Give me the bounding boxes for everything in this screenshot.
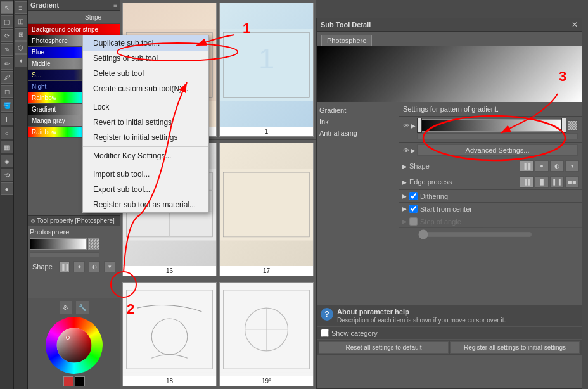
tool-gradient[interactable]: ▦ [1,141,13,153]
tool-property-title: Tool property [Photosphere] [37,217,117,224]
color-wheel[interactable] [46,317,103,374]
gradient-bar[interactable] [30,238,87,250]
dithering-checkbox[interactable] [409,192,418,200]
context-menu-sep-1 [83,98,208,98]
tool-fill[interactable]: 🪣 [1,99,13,112]
tool-select[interactable]: ▢ [1,15,13,28]
context-menu-item-revert[interactable]: Revert to initial settings [83,115,208,130]
page-thumb-19[interactable]: 19° [219,282,314,386]
page-thumb-1[interactable]: 1 1 [219,3,314,137]
shape-ctrl-radial[interactable]: ● [535,160,549,172]
eye-icon[interactable]: 👁 [403,122,409,129]
second-tool-1[interactable]: ≡ [15,1,27,14]
reset-defaults-btn[interactable]: Reset all settings to default [319,341,449,354]
shape-btn-linear[interactable]: ▐▐ [59,261,70,272]
sub-tool-bg-stripe[interactable]: Background color stripe [28,24,120,35]
second-tool-5[interactable]: ✦ [15,54,27,67]
shape-label: Shape [32,263,55,271]
swatch-black[interactable] [75,376,85,386]
context-menu-item-duplicate[interactable]: Duplicate sub tool... [83,35,208,51]
dithering-label: Dithering [420,193,448,200]
tool-eyedropper[interactable]: ✎ [1,43,13,56]
context-menu-item-modifier[interactable]: Modifier Key Settings... [83,148,208,163]
second-tool-2[interactable]: ◫ [15,15,27,27]
tool-brush[interactable]: 🖊 [1,71,13,84]
tool-cursor[interactable]: ↖ [1,1,13,14]
close-icon[interactable]: ✕ [572,20,578,29]
gradient-stops-container[interactable] [417,119,566,132]
edge-ctrl-1[interactable]: ▐▐ [520,176,534,188]
checkerboard-swatch [568,120,578,131]
detail-nav-antialiasing[interactable]: Anti-aliasing [317,127,399,139]
edge-ctrl-4[interactable]: ◼◼ [565,176,579,188]
ruler-row [403,133,578,139]
context-menu: Duplicate sub tool... Settings of sub to… [82,35,209,213]
color-wheel-container[interactable] [46,317,103,374]
page-thumb-19-label: 19° [220,376,313,386]
settings-gear-icon[interactable]: ⚙ [59,300,73,314]
shape-dropdown[interactable]: ▾ [565,160,579,172]
tab-photosphere[interactable]: Photosphere [321,35,372,46]
gradient-stop-right[interactable] [561,118,566,133]
detail-shape-row: ▶ Shape ▐▐ ● ◐ ▾ [399,158,582,174]
shape-expand-icon[interactable]: ▶ [402,163,407,170]
tool-shape[interactable]: ○ [1,127,13,139]
shape-dropdown-btn[interactable]: ▾ [104,261,115,272]
page-thumb-1-label: 1 [220,127,313,136]
advanced-settings-btn[interactable]: Advanced Settings... [417,144,578,156]
context-menu-item-register[interactable]: Register to initial settings [83,130,208,145]
eye-icon-2[interactable]: 👁 [403,147,409,154]
context-menu-item-export[interactable]: Export sub tool... [83,182,208,197]
step-angle-slider[interactable] [418,229,532,239]
context-menu-item-delete[interactable]: Delete sub tool [83,66,208,81]
edge-controls: ▐▐ ▐▌ ▌▐ ◼◼ [520,176,579,188]
dithering-expand-icon[interactable]: ▶ [402,193,407,200]
shape-ctrl-cone[interactable]: ◐ [550,160,564,172]
shape-row-label: Shape [409,162,520,170]
detail-nav-gradient[interactable]: Gradient [317,105,399,116]
gradient-stops-area: 👁 ▶ [399,117,582,143]
context-menu-item-create-custom[interactable]: Create custom sub tool(N)... [83,81,208,96]
swatch-red[interactable] [63,376,74,386]
shape-ctrl-linear[interactable]: ▐▐ [520,160,534,172]
start-from-center-checkbox[interactable] [409,205,418,213]
shape-btn-radial[interactable]: ● [74,261,85,272]
color-square[interactable] [56,328,91,363]
gradient-ruler [30,252,99,257]
step-of-angle-checkbox[interactable] [409,217,418,226]
second-toolbar: ≡ ◫ ⊞ ⬡ ✦ [14,0,28,389]
page-thumb-1-img: 1 [220,3,313,127]
second-tool-3[interactable]: ⊞ [15,28,27,41]
page-thumb-18[interactable]: 18 [122,282,217,386]
detail-left-nav: Gradient Ink Anti-aliasing [317,102,399,305]
tool-eraser[interactable]: ◻ [1,85,13,98]
gradient-ruler-bar [417,133,578,139]
context-menu-item-import[interactable]: Import sub tool... [83,167,208,182]
show-category-checkbox[interactable] [321,329,329,337]
tool-transform[interactable]: ⟲ [1,169,13,181]
shape-btn-other[interactable]: ◐ [89,261,100,272]
edge-ctrl-3[interactable]: ▌▐ [550,176,564,188]
context-menu-item-register-material[interactable]: Register sub tool as material... [83,197,208,212]
stripe-label: Stripe [85,14,101,21]
context-menu-item-settings[interactable]: Settings of sub tool... [83,51,208,66]
second-tool-4[interactable]: ⬡ [15,41,27,54]
sub-tool-stripe[interactable]: Stripe [28,11,120,24]
tool-pen[interactable]: ✏ [1,57,13,70]
register-initial-btn[interactable]: Register all settings to initial setting… [450,341,580,354]
sub-tool-panel-header: Gradient ≡ [28,0,120,11]
settings-wrench-icon[interactable]: 🔧 [75,300,89,314]
edge-expand-icon[interactable]: ▶ [402,179,407,186]
start-center-expand-icon[interactable]: ▶ [402,205,407,212]
tool-color[interactable]: ● [1,182,13,195]
detail-nav-ink[interactable]: Ink [317,116,399,127]
checkerboard-box [88,238,99,250]
edge-ctrl-2[interactable]: ▐▌ [535,176,549,188]
tool-layer[interactable]: ◈ [1,155,13,167]
context-menu-item-lock[interactable]: Lock [83,99,208,115]
gradient-stop-left[interactable] [417,118,422,133]
tool-lasso[interactable]: ⟳ [1,29,13,42]
tool-text[interactable]: T [1,113,13,125]
svg-rect-16 [123,286,216,373]
page-thumb-17[interactable]: 17 [219,143,314,276]
